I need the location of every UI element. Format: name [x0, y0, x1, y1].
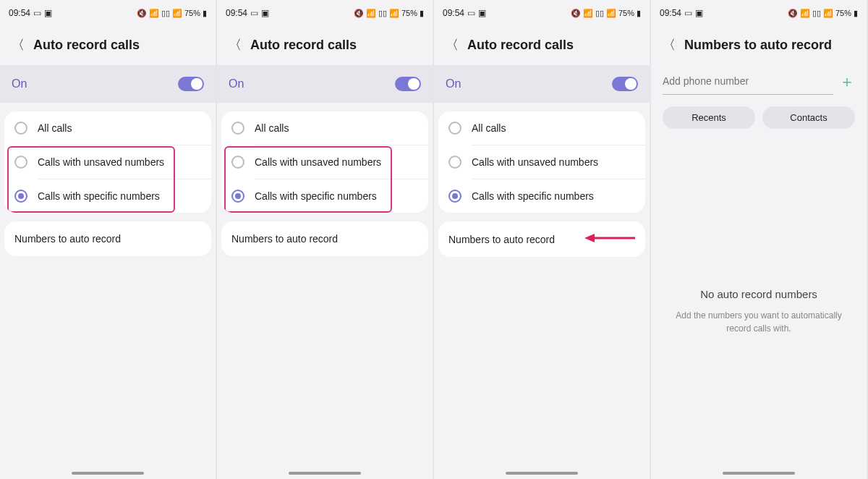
mute-icon: 🔇: [788, 9, 798, 18]
home-indicator[interactable]: [506, 472, 578, 475]
radio-unselected-icon: [14, 122, 27, 135]
battery-icon: ▮: [854, 9, 858, 18]
back-icon[interactable]: 〈: [229, 36, 242, 54]
screen-auto-record-3: 09:54 ▭ ▣ 🔇 📶 ▯▯ 📶 75% ▮ 〈 Auto record c…: [434, 0, 651, 479]
back-icon[interactable]: 〈: [12, 36, 25, 54]
battery-icon: ▮: [637, 9, 641, 18]
wifi-icon: 📶: [800, 9, 810, 18]
battery-text: 75%: [184, 9, 200, 17]
status-time: 09:54: [226, 8, 247, 18]
numbers-to-auto-record-link[interactable]: Numbers to auto record: [221, 221, 428, 256]
page-header: 〈 Auto record calls: [434, 22, 650, 65]
option-specific[interactable]: Calls with specific numbers: [438, 179, 645, 213]
option-unsaved[interactable]: Calls with unsaved numbers: [4, 145, 211, 179]
battery-text: 75%: [618, 9, 634, 17]
option-label: Calls with specific numbers: [255, 190, 377, 202]
picture-icon: ▣: [695, 8, 703, 18]
option-label: Calls with specific numbers: [472, 190, 594, 202]
wifi-icon: 📶: [149, 9, 159, 18]
battery-text: 75%: [401, 9, 417, 17]
contacts-button[interactable]: Contacts: [762, 106, 855, 129]
signal-bars-icon: 📶: [823, 9, 833, 18]
numbers-to-auto-record-link[interactable]: Numbers to auto record: [4, 221, 211, 256]
radio-unselected-icon: [14, 156, 27, 169]
recents-button[interactable]: Recents: [663, 106, 755, 129]
toggle-on[interactable]: [612, 77, 638, 91]
option-specific[interactable]: Calls with specific numbers: [221, 179, 428, 213]
status-time: 09:54: [660, 8, 681, 18]
numbers-to-auto-record-link[interactable]: Numbers to auto record: [438, 221, 645, 257]
option-specific[interactable]: Calls with specific numbers: [4, 179, 211, 213]
master-toggle-row[interactable]: On: [434, 65, 650, 103]
numbers-link-card: Numbers to auto record: [4, 221, 211, 256]
option-label: Calls with unsaved numbers: [38, 156, 164, 168]
option-all-calls[interactable]: All calls: [221, 111, 428, 145]
radio-selected-icon: [448, 190, 461, 203]
option-label: Calls with unsaved numbers: [255, 156, 381, 168]
status-bar: 09:54 ▭ ▣ 🔇 📶 ▯▯ 📶 75% ▮: [0, 0, 216, 22]
options-card: All calls Calls with unsaved numbers Cal…: [438, 111, 645, 213]
add-icon[interactable]: ＋: [839, 71, 855, 93]
master-toggle-row[interactable]: On: [217, 65, 433, 103]
radio-unselected-icon: [448, 156, 461, 169]
signal-icon: ▯▯: [378, 9, 387, 18]
picture-icon: ▣: [261, 8, 269, 18]
add-number-row: ＋: [651, 65, 867, 95]
status-bar: 09:54 ▭ ▣ 🔇 📶 ▯▯ 📶 75% ▮: [217, 0, 433, 22]
option-all-calls[interactable]: All calls: [4, 111, 211, 145]
page-title: Auto record calls: [467, 38, 574, 53]
screen-numbers-to-auto-record: 09:54 ▭ ▣ 🔇 📶 ▯▯ 📶 75% ▮ 〈 Numbers to au…: [651, 0, 868, 479]
toggle-on[interactable]: [178, 77, 204, 91]
home-indicator[interactable]: [723, 472, 795, 475]
empty-subtitle: Add the numbers you want to automaticall…: [665, 309, 852, 335]
home-indicator[interactable]: [72, 472, 144, 475]
link-label: Numbers to auto record: [448, 234, 555, 245]
mute-icon: 🔇: [571, 9, 581, 18]
status-bar: 09:54 ▭ ▣ 🔇 📶 ▯▯ 📶 75% ▮: [651, 0, 867, 22]
wifi-icon: 📶: [366, 9, 376, 18]
radio-selected-icon: [231, 190, 244, 203]
page-header: 〈 Numbers to auto record: [651, 22, 867, 65]
option-label: All calls: [255, 122, 289, 134]
phone-number-input[interactable]: [663, 68, 833, 95]
back-icon[interactable]: 〈: [663, 36, 676, 54]
empty-state: No auto record numbers Add the numbers y…: [651, 288, 867, 335]
gallery-icon: ▭: [467, 8, 475, 18]
back-icon[interactable]: 〈: [446, 36, 459, 54]
screen-auto-record-2: 09:54 ▭ ▣ 🔇 📶 ▯▯ 📶 75% ▮ 〈 Auto record c…: [217, 0, 434, 479]
home-indicator[interactable]: [289, 472, 361, 475]
option-label: Calls with unsaved numbers: [472, 156, 598, 168]
mute-icon: 🔇: [354, 9, 364, 18]
on-label: On: [446, 77, 461, 90]
master-toggle-row[interactable]: On: [0, 65, 216, 103]
gallery-icon: ▭: [684, 8, 692, 18]
option-label: All calls: [472, 122, 506, 134]
radio-unselected-icon: [231, 122, 244, 135]
picture-icon: ▣: [478, 8, 486, 18]
battery-icon: ▮: [420, 9, 424, 18]
numbers-link-card: Numbers to auto record: [438, 221, 645, 257]
signal-icon: ▯▯: [161, 9, 170, 18]
option-all-calls[interactable]: All calls: [438, 111, 645, 145]
mute-icon: 🔇: [137, 9, 147, 18]
radio-unselected-icon: [448, 122, 461, 135]
source-tabs: Recents Contacts: [651, 95, 867, 129]
toggle-on[interactable]: [395, 77, 421, 91]
signal-icon: ▯▯: [812, 9, 821, 18]
options-card: All calls Calls with unsaved numbers Cal…: [221, 111, 428, 213]
numbers-link-card: Numbers to auto record: [221, 221, 428, 256]
radio-selected-icon: [14, 190, 27, 203]
signal-bars-icon: 📶: [172, 9, 182, 18]
option-label: Calls with specific numbers: [38, 190, 160, 202]
option-unsaved[interactable]: Calls with unsaved numbers: [221, 145, 428, 179]
radio-unselected-icon: [231, 156, 244, 169]
page-title: Numbers to auto record: [684, 38, 832, 53]
option-unsaved[interactable]: Calls with unsaved numbers: [438, 145, 645, 179]
svg-marker-1: [584, 234, 595, 242]
screen-auto-record-1: 09:54 ▭ ▣ 🔇 📶 ▯▯ 📶 75% ▮ 〈 Auto record c…: [0, 0, 217, 479]
battery-text: 75%: [835, 9, 851, 17]
annotation-arrow-icon: [584, 233, 635, 245]
status-bar: 09:54 ▭ ▣ 🔇 📶 ▯▯ 📶 75% ▮: [434, 0, 650, 22]
wifi-icon: 📶: [583, 9, 593, 18]
page-title: Auto record calls: [250, 38, 357, 53]
